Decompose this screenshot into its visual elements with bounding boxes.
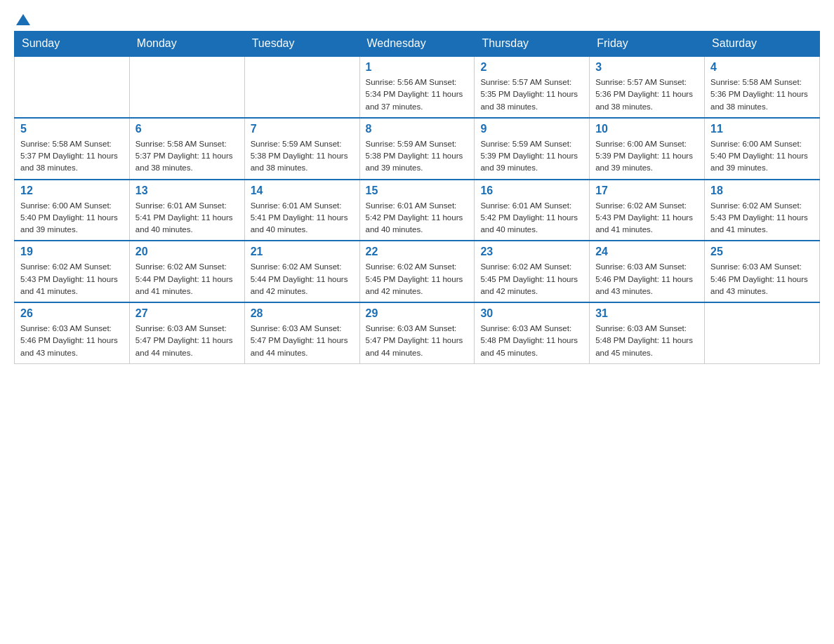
day-number: 30 [480,307,583,320]
day-info: Sunrise: 6:02 AM Sunset: 5:45 PM Dayligh… [480,261,583,297]
header-tuesday: Tuesday [244,32,359,57]
calendar-cell: 24Sunrise: 6:03 AM Sunset: 5:46 PM Dayli… [590,241,705,302]
calendar-cell: 14Sunrise: 6:01 AM Sunset: 5:41 PM Dayli… [244,180,359,241]
calendar-cell: 31Sunrise: 6:03 AM Sunset: 5:48 PM Dayli… [590,302,705,363]
page-header [14,14,820,24]
day-info: Sunrise: 6:02 AM Sunset: 5:45 PM Dayligh… [366,261,469,297]
day-info: Sunrise: 6:00 AM Sunset: 5:40 PM Dayligh… [20,200,124,236]
day-info: Sunrise: 5:58 AM Sunset: 5:37 PM Dayligh… [20,138,124,175]
day-info: Sunrise: 6:01 AM Sunset: 5:41 PM Dayligh… [251,200,354,236]
day-number: 2 [480,61,583,74]
day-number: 3 [595,61,699,74]
day-info: Sunrise: 6:01 AM Sunset: 5:42 PM Dayligh… [366,200,469,236]
day-info: Sunrise: 6:02 AM Sunset: 5:43 PM Dayligh… [710,200,814,236]
day-number: 11 [710,123,814,135]
calendar-header-row: Sunday Monday Tuesday Wednesday Thursday… [15,32,820,57]
day-info: Sunrise: 5:56 AM Sunset: 5:34 PM Dayligh… [366,76,469,113]
calendar-cell: 4Sunrise: 5:58 AM Sunset: 5:36 PM Daylig… [705,56,820,118]
day-info: Sunrise: 6:00 AM Sunset: 5:39 PM Dayligh… [595,138,699,175]
day-number: 9 [480,123,583,135]
day-number: 10 [595,123,699,135]
calendar-cell: 5Sunrise: 5:58 AM Sunset: 5:37 PM Daylig… [15,118,130,180]
day-number: 13 [135,185,239,197]
day-info: Sunrise: 5:59 AM Sunset: 5:39 PM Dayligh… [480,138,583,175]
day-info: Sunrise: 6:01 AM Sunset: 5:42 PM Dayligh… [480,200,583,236]
day-number: 14 [251,185,354,197]
day-info: Sunrise: 5:59 AM Sunset: 5:38 PM Dayligh… [251,138,354,175]
day-number: 1 [366,61,469,74]
day-info: Sunrise: 6:02 AM Sunset: 5:44 PM Dayligh… [251,261,354,297]
day-number: 29 [366,307,469,320]
day-info: Sunrise: 5:59 AM Sunset: 5:38 PM Dayligh… [366,138,469,175]
calendar-cell: 26Sunrise: 6:03 AM Sunset: 5:46 PM Dayli… [15,302,130,363]
calendar-cell: 20Sunrise: 6:02 AM Sunset: 5:44 PM Dayli… [129,241,244,302]
calendar-cell: 12Sunrise: 6:00 AM Sunset: 5:40 PM Dayli… [15,180,130,241]
logo-triangle [16,14,30,25]
day-info: Sunrise: 5:57 AM Sunset: 5:35 PM Dayligh… [480,76,583,113]
calendar-cell: 8Sunrise: 5:59 AM Sunset: 5:38 PM Daylig… [359,118,475,180]
calendar-cell: 23Sunrise: 6:02 AM Sunset: 5:45 PM Dayli… [475,241,590,302]
header-sunday: Sunday [15,32,130,57]
day-info: Sunrise: 6:02 AM Sunset: 5:43 PM Dayligh… [595,200,699,236]
day-number: 18 [710,185,814,197]
day-number: 15 [366,185,469,197]
day-number: 20 [135,246,239,258]
calendar-cell: 30Sunrise: 6:03 AM Sunset: 5:48 PM Dayli… [475,302,590,363]
calendar-week-row: 5Sunrise: 5:58 AM Sunset: 5:37 PM Daylig… [15,118,820,180]
header-monday: Monday [129,32,244,57]
day-number: 23 [480,246,583,258]
calendar-cell: 19Sunrise: 6:02 AM Sunset: 5:43 PM Dayli… [15,241,130,302]
day-number: 17 [595,185,699,197]
calendar-cell: 25Sunrise: 6:03 AM Sunset: 5:46 PM Dayli… [705,241,820,302]
calendar-cell: 13Sunrise: 6:01 AM Sunset: 5:41 PM Dayli… [129,180,244,241]
day-number: 21 [251,246,354,258]
day-info: Sunrise: 6:03 AM Sunset: 5:46 PM Dayligh… [595,261,699,297]
calendar-cell: 21Sunrise: 6:02 AM Sunset: 5:44 PM Dayli… [244,241,359,302]
calendar-week-row: 1Sunrise: 5:56 AM Sunset: 5:34 PM Daylig… [15,56,820,118]
day-number: 6 [135,123,239,135]
calendar-week-row: 12Sunrise: 6:00 AM Sunset: 5:40 PM Dayli… [15,180,820,241]
day-info: Sunrise: 6:03 AM Sunset: 5:48 PM Dayligh… [595,323,699,359]
header-friday: Friday [590,32,705,57]
day-number: 31 [595,307,699,320]
day-info: Sunrise: 6:00 AM Sunset: 5:40 PM Dayligh… [710,138,814,175]
calendar-cell: 18Sunrise: 6:02 AM Sunset: 5:43 PM Dayli… [705,180,820,241]
day-info: Sunrise: 5:58 AM Sunset: 5:37 PM Dayligh… [135,138,239,175]
calendar-cell [15,56,130,118]
day-number: 25 [710,246,814,258]
day-info: Sunrise: 6:03 AM Sunset: 5:46 PM Dayligh… [20,323,124,359]
day-number: 16 [480,185,583,197]
day-number: 8 [366,123,469,135]
calendar-cell: 17Sunrise: 6:02 AM Sunset: 5:43 PM Dayli… [590,180,705,241]
calendar-cell [244,56,359,118]
calendar-cell: 28Sunrise: 6:03 AM Sunset: 5:47 PM Dayli… [244,302,359,363]
calendar-cell: 2Sunrise: 5:57 AM Sunset: 5:35 PM Daylig… [475,56,590,118]
day-number: 26 [20,307,124,320]
calendar-cell: 3Sunrise: 5:57 AM Sunset: 5:36 PM Daylig… [590,56,705,118]
day-info: Sunrise: 6:02 AM Sunset: 5:43 PM Dayligh… [20,261,124,297]
day-info: Sunrise: 6:03 AM Sunset: 5:46 PM Dayligh… [710,261,814,297]
day-info: Sunrise: 6:03 AM Sunset: 5:47 PM Dayligh… [251,323,354,359]
calendar-cell: 10Sunrise: 6:00 AM Sunset: 5:39 PM Dayli… [590,118,705,180]
calendar-cell: 6Sunrise: 5:58 AM Sunset: 5:37 PM Daylig… [129,118,244,180]
calendar-cell: 22Sunrise: 6:02 AM Sunset: 5:45 PM Dayli… [359,241,475,302]
day-info: Sunrise: 6:02 AM Sunset: 5:44 PM Dayligh… [135,261,239,297]
day-info: Sunrise: 6:03 AM Sunset: 5:47 PM Dayligh… [366,323,469,359]
calendar-cell [129,56,244,118]
day-number: 22 [366,246,469,258]
header-thursday: Thursday [475,32,590,57]
day-number: 12 [20,185,124,197]
day-info: Sunrise: 5:58 AM Sunset: 5:36 PM Dayligh… [710,76,814,113]
day-number: 19 [20,246,124,258]
calendar-cell: 15Sunrise: 6:01 AM Sunset: 5:42 PM Dayli… [359,180,475,241]
calendar-cell: 11Sunrise: 6:00 AM Sunset: 5:40 PM Dayli… [705,118,820,180]
calendar-week-row: 26Sunrise: 6:03 AM Sunset: 5:46 PM Dayli… [15,302,820,363]
day-number: 5 [20,123,124,135]
calendar-cell [705,302,820,363]
calendar-week-row: 19Sunrise: 6:02 AM Sunset: 5:43 PM Dayli… [15,241,820,302]
header-wednesday: Wednesday [359,32,475,57]
day-number: 7 [251,123,354,135]
calendar-table: Sunday Monday Tuesday Wednesday Thursday… [14,31,820,364]
day-info: Sunrise: 6:03 AM Sunset: 5:48 PM Dayligh… [480,323,583,359]
day-info: Sunrise: 6:01 AM Sunset: 5:41 PM Dayligh… [135,200,239,236]
